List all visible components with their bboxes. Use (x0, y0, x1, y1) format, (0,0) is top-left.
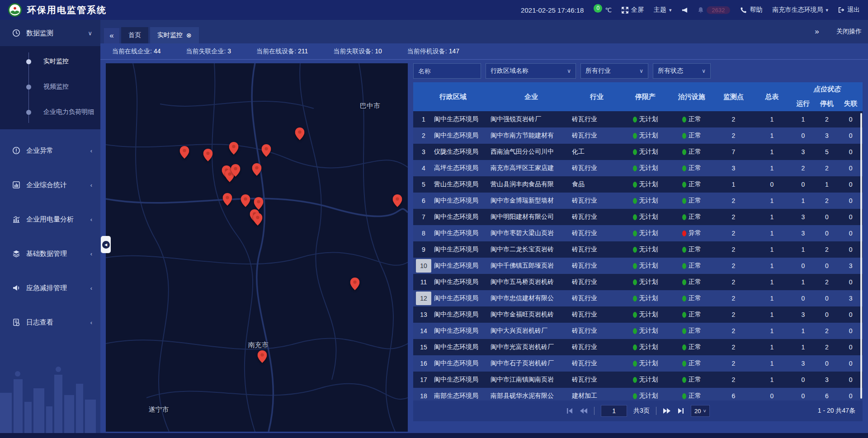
map[interactable]: 巴中市南充市遂宁市 (106, 63, 408, 432)
sidebar-subitem[interactable]: 企业电力负荷明细 (0, 99, 100, 125)
industry-filter-select[interactable]: 所有行业 ∨ (580, 63, 648, 79)
row-company: 阆中市南方节能建材有 (491, 132, 572, 140)
tabs-scroll-left-button[interactable]: « (104, 28, 119, 43)
table-scrollbar[interactable] (860, 113, 862, 399)
map-pin[interactable] (179, 146, 189, 160)
close-operations-button[interactable]: 关闭操作 (836, 28, 862, 36)
map-collapse-handle[interactable]: ◀ (101, 236, 111, 253)
page-size-select[interactable]: 20 ˅ (691, 405, 710, 417)
region-filter-select[interactable]: 行政区域名称 ∨ (486, 63, 576, 79)
stats-icon (12, 180, 21, 189)
stat-item: 当前停机设备:147 (407, 47, 459, 56)
row-company: 阆中市金博瑞新型墙材 (491, 197, 572, 205)
row-meters: 1 (753, 213, 791, 221)
map-pin[interactable] (295, 127, 304, 142)
map-pin[interactable] (252, 163, 262, 178)
table-row[interactable]: 7 阆中生态环境局 阆中明阳建材有限公司 砖瓦行业 无计划 正常 2 1 3 0… (413, 209, 863, 225)
sidebar-subitem[interactable]: 视频监控 (0, 74, 100, 99)
table-row[interactable]: 11 阆中生态环境局 阆中市五马桥页岩机砖 砖瓦行业 无计划 正常 2 1 1 … (413, 274, 863, 290)
map-pin[interactable] (253, 213, 263, 227)
help-button[interactable]: 帮助 (740, 6, 762, 14)
row-industry: 砖瓦行业 (572, 229, 622, 237)
tab[interactable]: 实时监控 ⊗ (150, 27, 199, 43)
row-run: 3 (791, 148, 815, 155)
chevron-down-icon: ∨ (639, 68, 643, 74)
row-region: 阆中生态环境局 (434, 229, 491, 237)
table-row[interactable]: 6 阆中生态环境局 阆中市金博瑞新型墙材 砖瓦行业 无计划 正常 2 1 1 2… (413, 193, 863, 209)
row-run: 0 (791, 181, 815, 188)
table-row[interactable]: 8 阆中生态环境局 阆中市枣碧大梁山页岩 砖瓦行业 无计划 异常 2 1 3 0… (413, 225, 863, 241)
sidebar-item-4[interactable]: 企业用电量分析 ‹ (0, 206, 100, 232)
status-dot-icon (682, 279, 686, 285)
tab-bar: « 首页 实时监控 ⊗ » 关闭操作 (100, 20, 868, 43)
table-row[interactable]: 9 阆中生态环境局 阆中市二龙长宝页岩砖 砖瓦行业 无计划 正常 2 1 1 2… (413, 241, 863, 258)
logout-button[interactable]: 退出 (838, 6, 860, 14)
table-row[interactable]: 18 南部生态环境局 南部县砚华水泥有限公 建材加工 无计划 正常 6 0 0 … (413, 388, 863, 400)
prev-page-button[interactable] (580, 408, 588, 414)
map-pin[interactable] (223, 193, 232, 207)
row-company: 阆中市五马桥页岩机砖 (491, 278, 572, 286)
row-index: 11 (416, 275, 431, 289)
status-dot-icon (633, 182, 637, 188)
column-header-company: 企业 (491, 82, 572, 111)
table-row[interactable]: 17 阆中生态环境局 阆中市江南镇阆南页岩 砖瓦行业 无计划 正常 2 1 0 … (413, 372, 863, 388)
sidebar-item-7[interactable]: 日志查看 ‹ (0, 309, 100, 335)
map-pin[interactable] (229, 142, 239, 156)
theme-menu[interactable]: 主题 ▾ (654, 6, 672, 14)
page-number-input[interactable] (601, 405, 627, 417)
table-row[interactable]: 14 阆中生态环境局 阆中大兴页岩机砖厂 砖瓦行业 无计划 正常 2 1 1 2… (413, 323, 863, 339)
row-index: 12 (416, 292, 431, 305)
last-page-button[interactable] (677, 408, 684, 414)
map-pin[interactable] (258, 350, 267, 365)
map-pin[interactable] (261, 144, 271, 159)
name-filter-input[interactable] (413, 63, 481, 79)
table-row[interactable]: 15 阆中生态环境局 阆中市光富页岩机砖厂 砖瓦行业 无计划 正常 2 1 1 … (413, 339, 863, 355)
table-row[interactable]: 3 仪陇生态环境局 西南油气田分公司川中 化工 无计划 正常 7 1 3 5 0 (413, 144, 863, 160)
table-row[interactable]: 1 阆中生态环境局 阆中强锐页岩砖厂 砖瓦行业 无计划 正常 2 1 1 2 0 (413, 111, 863, 127)
first-page-button[interactable] (566, 408, 573, 414)
table-row[interactable]: 12 阆中生态环境局 阆中市忠信建材有限公 砖瓦行业 无计划 正常 2 1 0 … (413, 290, 863, 306)
chevron-icon: ∨ (88, 30, 92, 37)
sidebar-item-1[interactable]: 数据监测 ∨ (0, 20, 100, 46)
table-row[interactable]: 2 阆中生态环境局 阆中市南方节能建材有 砖瓦行业 无计划 正常 2 1 0 3… (413, 127, 863, 144)
table-row[interactable]: 5 营山生态环境局 营山县润丰肉食品有限 食品 无计划 正常 1 0 0 1 0 (413, 176, 863, 193)
tabs-scroll-right-button[interactable]: » (809, 24, 825, 39)
row-region: 高坪生态环境局 (434, 164, 491, 172)
status-dot-icon (682, 393, 686, 399)
map-pin[interactable] (231, 164, 241, 179)
org-menu[interactable]: 南充市生态环境局 ▾ (772, 6, 828, 14)
mute-button[interactable] (682, 7, 688, 13)
row-stop: 3 (815, 376, 839, 383)
row-meters: 1 (753, 230, 791, 237)
bottom-strip (0, 433, 868, 438)
table-row[interactable]: 13 阆中生态环境局 阆中市金福旺页岩机砖 砖瓦行业 无计划 正常 2 1 3 … (413, 306, 863, 323)
sidebar-item-2[interactable]: 企业异常 ‹ (0, 137, 100, 164)
map-pin[interactable] (350, 278, 360, 292)
table-row[interactable]: 4 高坪生态环境局 南充市高坪区王家店建 砖瓦行业 无计划 正常 3 1 2 2… (413, 160, 863, 176)
status-dot-icon (633, 214, 637, 220)
status-filter-select[interactable]: 所有状态 ∨ (653, 63, 711, 79)
table-row[interactable]: 10 阆中生态环境局 阆中千佛镇五郎垭页岩 砖瓦行业 无计划 正常 2 1 0 … (413, 258, 863, 274)
tab-close-icon[interactable]: ⊗ (186, 32, 192, 38)
notifications[interactable]: 2632 (698, 6, 731, 14)
pagination-bar: 共3页 (413, 400, 863, 421)
sidebar-item-3[interactable]: 企业综合统计 ‹ (0, 172, 100, 198)
row-stop: 2 (815, 165, 839, 172)
row-run: 0 (791, 295, 815, 302)
bullet-dot-icon (26, 85, 31, 89)
map-pin[interactable] (203, 149, 212, 163)
next-page-button[interactable] (663, 408, 671, 414)
row-lost: 0 (839, 327, 863, 334)
sidebar-item-6[interactable]: 应急减排管理 ‹ (0, 275, 100, 301)
fullscreen-button[interactable]: 全屏 (622, 6, 644, 14)
row-company: 阆中市忠信建材有限公 (491, 294, 572, 302)
map-pin[interactable] (392, 194, 402, 209)
sidebar-subitem[interactable]: 实时监控 (0, 49, 100, 74)
row-run: 2 (791, 165, 815, 172)
sidebar-item-5[interactable]: 基础数据管理 ‹ (0, 240, 100, 267)
column-header-region: 行政区域 (434, 82, 491, 111)
map-pin[interactable] (241, 194, 250, 209)
tab[interactable]: 首页 (121, 27, 148, 43)
table-row[interactable]: 16 阆中生态环境局 阆中市石子页岩机砖厂 砖瓦行业 无计划 正常 2 1 3 … (413, 355, 863, 372)
row-region: 阆中生态环境局 (434, 115, 491, 123)
